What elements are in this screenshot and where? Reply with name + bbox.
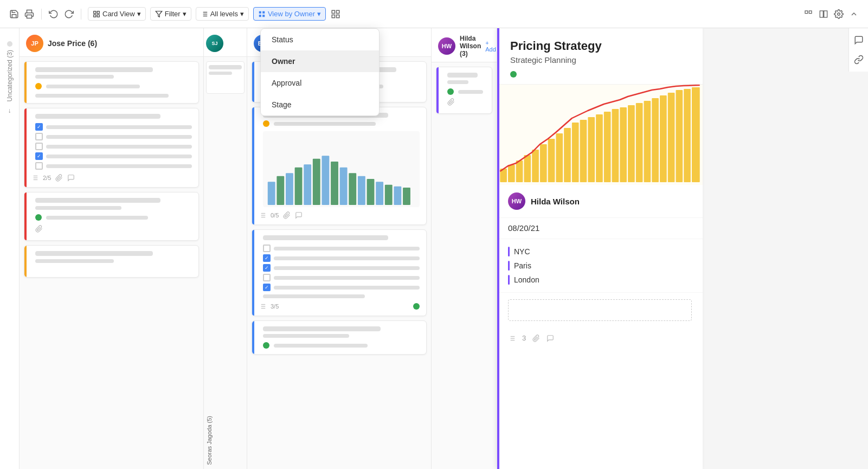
task-count: 0/5 — [271, 212, 279, 219]
view-by-button[interactable]: View by Owner ▾ — [253, 7, 326, 21]
checkbox[interactable] — [35, 143, 43, 150]
expand-icon[interactable] — [818, 9, 829, 20]
svg-point-24 — [838, 12, 840, 15]
svg-rect-42 — [367, 179, 375, 205]
card-view-label: Card View — [102, 10, 135, 18]
detail-panel: Pricing Strategy Strategic Planning — [497, 28, 703, 469]
collapse-icon[interactable] — [848, 9, 859, 20]
chat-icon[interactable] — [851, 33, 866, 48]
card[interactable] — [24, 192, 199, 241]
checkbox[interactable] — [263, 284, 271, 291]
svg-rect-17 — [337, 10, 339, 13]
minimize-icon[interactable] — [803, 9, 814, 20]
card[interactable] — [436, 67, 492, 114]
grid-icon[interactable] — [330, 9, 341, 20]
svg-rect-2 — [97, 11, 99, 13]
svg-rect-39 — [340, 168, 348, 205]
dropdown-item-status[interactable]: Status — [261, 29, 379, 50]
svg-rect-72 — [644, 101, 651, 182]
svg-rect-67 — [604, 112, 611, 182]
svg-rect-63 — [572, 123, 579, 182]
dropdown-item-owner[interactable]: Owner — [261, 50, 379, 72]
settings-icon[interactable] — [833, 9, 844, 20]
tag-label: Paris — [514, 261, 531, 270]
card[interactable] — [252, 320, 427, 355]
checkbox[interactable] — [263, 264, 271, 272]
svg-rect-31 — [268, 182, 275, 205]
link-icon[interactable] — [851, 52, 866, 67]
print-icon[interactable] — [24, 9, 35, 20]
tag-label: London — [514, 275, 539, 284]
save-icon[interactable] — [9, 9, 20, 20]
undo-icon[interactable] — [48, 9, 59, 20]
column-title-jose: Jose Price (6) — [48, 39, 97, 48]
svg-rect-23 — [824, 11, 827, 17]
dropdown-item-approval[interactable]: Approval — [261, 72, 379, 94]
tag-accent — [508, 275, 510, 285]
svg-rect-4 — [94, 15, 96, 17]
checkbox[interactable] — [263, 245, 271, 252]
view-by-chevron: ▾ — [317, 10, 321, 18]
tag-label: NYC — [514, 247, 530, 256]
svg-rect-12 — [259, 11, 261, 13]
checkbox[interactable] — [35, 162, 43, 170]
uncategorized-arrow: ↓ — [8, 107, 11, 114]
filter-label: Filter — [165, 10, 181, 18]
card[interactable]: 2/5 — [24, 108, 199, 188]
card[interactable]: 3/5 — [252, 229, 427, 316]
svg-rect-36 — [313, 159, 320, 205]
add-button[interactable]: + Add — [485, 40, 496, 53]
levels-button[interactable]: All levels ▾ — [196, 7, 249, 21]
detail-owner-avatar: HW — [508, 192, 525, 210]
svg-rect-70 — [628, 105, 635, 182]
check-row — [35, 152, 192, 160]
toolbar: Card View ▾ Filter ▾ All levels ▾ View b… — [0, 0, 868, 28]
checkbox[interactable] — [263, 254, 271, 262]
svg-rect-37 — [322, 156, 329, 205]
tag-accent — [508, 247, 510, 256]
checkbox[interactable] — [35, 123, 43, 131]
svg-rect-71 — [636, 103, 643, 182]
svg-rect-75 — [668, 93, 675, 182]
svg-rect-76 — [676, 90, 683, 182]
filter-button[interactable]: Filter ▾ — [150, 7, 191, 21]
task-count: 2/5 — [43, 175, 51, 181]
detail-date: 08/20/21 — [508, 223, 539, 233]
divider2 — [81, 9, 81, 20]
svg-rect-20 — [805, 11, 808, 14]
column-header-seoras: SJ — [204, 28, 247, 57]
checkbox[interactable] — [35, 133, 43, 140]
view-by-dropdown: Status Owner Approval Stage — [260, 28, 380, 116]
column-cards-jose: 2/5 — [20, 57, 203, 469]
detail-title: Pricing Strategy — [510, 39, 692, 53]
card-view-button[interactable]: Card View ▾ — [88, 7, 146, 21]
card-with-chart[interactable]: 0/5 — [252, 107, 427, 225]
redo-icon[interactable] — [63, 9, 74, 20]
detail-status — [510, 71, 692, 78]
dropdown-item-stage[interactable]: Stage — [261, 94, 379, 115]
card-view-chevron: ▾ — [137, 10, 141, 18]
avatar-hilda: HW — [438, 37, 455, 55]
svg-rect-56 — [516, 160, 523, 182]
check-row — [35, 162, 192, 170]
uncategorized-label: Uncategorized (3) — [6, 50, 14, 101]
detail-header: Pricing Strategy Strategic Planning — [497, 28, 703, 85]
column-cards-brennan: 0/5 — [247, 57, 431, 469]
checkbox[interactable] — [35, 152, 43, 160]
svg-rect-43 — [376, 182, 383, 205]
svg-rect-59 — [540, 144, 547, 182]
svg-rect-16 — [332, 10, 335, 13]
svg-rect-57 — [524, 155, 531, 182]
detail-tags-section: NYC Paris London — [497, 239, 703, 293]
card[interactable] — [24, 61, 199, 104]
card-footer: 3/5 — [259, 303, 420, 310]
card[interactable] — [24, 245, 199, 278]
svg-rect-38 — [331, 162, 338, 205]
svg-rect-68 — [612, 109, 619, 182]
uncategorized-sidebar: Uncategorized (3) ↓ — [0, 28, 20, 469]
column-jose: JP Jose Price (6) — [20, 28, 204, 469]
checkbox[interactable] — [263, 274, 271, 281]
svg-rect-61 — [556, 133, 563, 182]
svg-rect-15 — [259, 15, 261, 17]
detail-placeholder — [508, 299, 692, 321]
